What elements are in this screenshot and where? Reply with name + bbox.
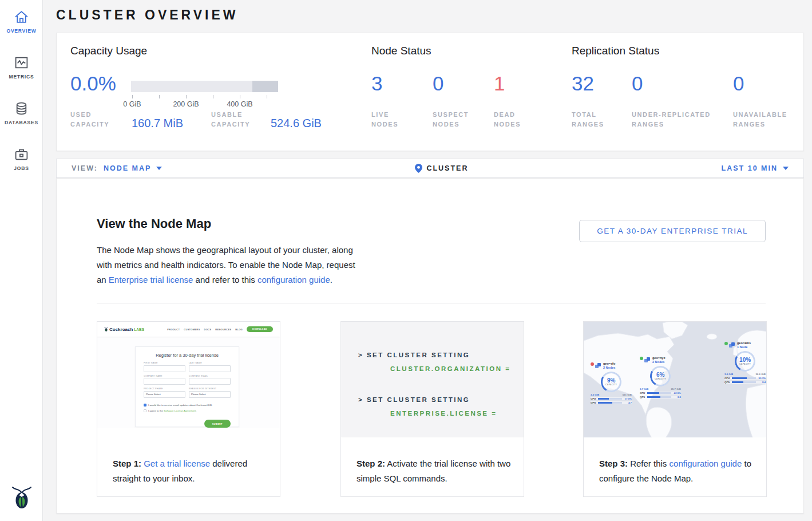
cpu-stat: CPU42.5%	[640, 392, 681, 394]
locality-marker-geo-nyc: geo=nyc 2 Nodes 6% CAPACITY 3.7 GiB65.7 …	[640, 356, 681, 398]
capacity-label: CAPACITY	[605, 384, 617, 386]
form-input[interactable]: Please Select	[189, 391, 231, 398]
database-icon	[0, 101, 43, 116]
cpu-stat: CPU53.3%	[724, 377, 766, 380]
usable-capacity-value: 524.6 GiB	[271, 117, 322, 130]
step-3-label: Step 3:	[599, 459, 628, 468]
sidebar-item-label: JOBS	[0, 165, 43, 171]
capacity-range: 3.2 GiB531 GiB	[591, 393, 632, 396]
usable-capacity-label: USABLE CAPACITY	[211, 110, 266, 129]
form-input[interactable]	[189, 365, 231, 372]
briefcase-icon	[0, 147, 43, 162]
form-input[interactable]: Please Select	[144, 391, 185, 398]
sidebar-item-label: OVERVIEW	[0, 28, 43, 34]
view-toolbar: VIEW: NODE MAP CLUSTER LAST 10 MIN	[56, 159, 804, 178]
view-label: VIEW:	[72, 164, 98, 172]
sidebar-item-jobs[interactable]: JOBS	[0, 137, 43, 183]
sql-code-line: ENTERPRISE.LICENSE =	[358, 406, 524, 420]
cpu-stat: CPU17.0%	[591, 397, 632, 400]
form-field: COMPANY EMAIL	[189, 375, 231, 385]
checkbox-label: I would like to receive email updates ab…	[148, 404, 212, 406]
form-checkbox-row: I agree to the Software License Agreemen…	[144, 409, 231, 412]
capacity-percent: 10%	[739, 357, 751, 363]
form-field-label: PROJECT PHASE	[144, 388, 185, 390]
step-2-card: > SET CLUSTER SETTINGCLUSTER.ORGANIZATIO…	[340, 321, 524, 497]
minisite-cockroach-logo: Cockroach LABS	[104, 327, 144, 332]
form-field-label: COMPANY NAME	[144, 375, 185, 377]
submit-button[interactable]: SUBMIT	[204, 420, 231, 428]
status-dot	[591, 362, 594, 366]
replication-stat-label: UNDER-REPLICATED RANGES	[632, 110, 726, 129]
view-selector-value: NODE MAP	[104, 164, 151, 172]
form-input[interactable]	[144, 365, 185, 372]
status-dot	[724, 342, 728, 345]
cluster-breadcrumb-label: CLUSTER	[426, 164, 468, 172]
sidebar-item-metrics[interactable]: METRICS	[0, 46, 43, 92]
sidebar-item-databases[interactable]: DATABASES	[0, 92, 43, 137]
form-input[interactable]	[189, 378, 231, 385]
trial-registration-screenshot: Cockroach LABS PRODUCTCUSTOMERSDOCSRESOU…	[97, 322, 280, 428]
capacity-gauge-bar	[131, 81, 278, 92]
sidebar: OVERVIEWMETRICSDATABASESJOBS	[0, 0, 43, 521]
minisite-header: Cockroach LABS PRODUCTCUSTOMERSDOCSRESOU…	[97, 322, 280, 337]
form-field: COMPANY NAME	[144, 375, 185, 385]
capacity-range: 3.6 GiB36.6 GiB	[724, 373, 766, 376]
view-selector-dropdown[interactable]: NODE MAP	[104, 164, 162, 172]
minisite-nav-resources[interactable]: RESOURCES	[215, 328, 231, 331]
section-divider	[97, 303, 766, 303]
capacity-range: 3.7 GiB65.7 GiB	[640, 388, 681, 390]
node-map-panel: View the Node Map The Node Map shows the…	[56, 178, 804, 514]
sidebar-item-label: DATABASES	[0, 120, 43, 125]
node-stat-label: SUSPECT NODES	[433, 110, 478, 129]
step-1-caption: Step 1: Get a trial license delivered st…	[113, 456, 268, 486]
gauge-tick	[159, 95, 160, 98]
form-field-label: REASON FOR INTEREST	[189, 388, 231, 390]
form-checkbox-row: I would like to receive email updates ab…	[144, 404, 231, 406]
locality-name: geo=nyc	[652, 356, 665, 360]
node-stat-label: LIVE NODES	[371, 110, 411, 129]
capacity-donut: 9% CAPACITY	[599, 369, 624, 394]
get-trial-license-link[interactable]: Get a trial license	[144, 459, 210, 468]
trial-registration-form: Register for a 30-day trial license FIRS…	[135, 346, 239, 427]
replication-stat-label: TOTAL RANGES	[572, 110, 615, 129]
caption-text: Refer this	[628, 459, 670, 468]
capacity-gauge-reserved-segment	[252, 81, 278, 92]
locality-name: geo=ams	[737, 341, 751, 345]
enterprise-trial-license-link[interactable]: Enterprise trial license	[109, 275, 193, 285]
form-field-label: COMPANY EMAIL	[189, 375, 231, 377]
replication-stat-label: UNAVAILABLE RANGES	[733, 110, 799, 129]
minisite-nav-blog[interactable]: BLOG	[235, 328, 243, 331]
cockroach-icon	[104, 327, 108, 332]
checkbox[interactable]	[144, 404, 146, 406]
gauge-tick-label: 200 GiB	[173, 100, 199, 108]
replication-stat-value: 0	[733, 72, 744, 95]
configuration-guide-link[interactable]: configuration guide	[258, 275, 330, 285]
qps-stat: QPS4.7	[591, 401, 632, 404]
locality-node-count: 1 Node	[737, 345, 751, 349]
checkbox[interactable]	[144, 409, 146, 412]
used-capacity-label: USED CAPACITY	[70, 110, 125, 129]
form-field-label: FIRST NAME	[144, 362, 185, 364]
capacity-label: CAPACITY	[739, 363, 751, 365]
gauge-tick	[267, 95, 267, 98]
node-stat-value: 3	[371, 72, 382, 95]
step-1-card: Cockroach LABS PRODUCTCUSTOMERSDOCSRESOU…	[97, 321, 280, 497]
form-field: FIRST NAME	[144, 362, 185, 372]
form-input[interactable]	[144, 378, 185, 385]
enterprise-trial-button[interactable]: GET A 30-DAY ENTERPRISE TRIAL	[579, 220, 766, 242]
configuration-guide-link[interactable]: configuration guide	[670, 459, 742, 468]
home-icon	[0, 9, 43, 25]
license-agreement-link[interactable]: Software License Agreement	[164, 409, 196, 412]
step-3-caption: Step 3: Refer this configuration guide t…	[599, 456, 755, 486]
minisite-nav-customers[interactable]: CUSTOMERS	[184, 328, 200, 331]
minisite-nav-docs[interactable]: DOCS	[204, 328, 211, 331]
gauge-tick	[186, 95, 187, 98]
sql-code-line: > SET CLUSTER SETTING	[358, 348, 524, 362]
time-range-dropdown[interactable]: LAST 10 MIN	[722, 164, 789, 172]
qps-stat: QPS8.8	[640, 396, 681, 398]
replication-status-title: Replication Status	[572, 45, 659, 57]
minisite-download-button[interactable]: DOWNLOAD	[247, 326, 273, 332]
sql-commands-block: > SET CLUSTER SETTINGCLUSTER.ORGANIZATIO…	[341, 322, 524, 437]
minisite-nav-product[interactable]: PRODUCT	[167, 328, 180, 331]
sidebar-item-overview[interactable]: OVERVIEW	[0, 0, 43, 46]
